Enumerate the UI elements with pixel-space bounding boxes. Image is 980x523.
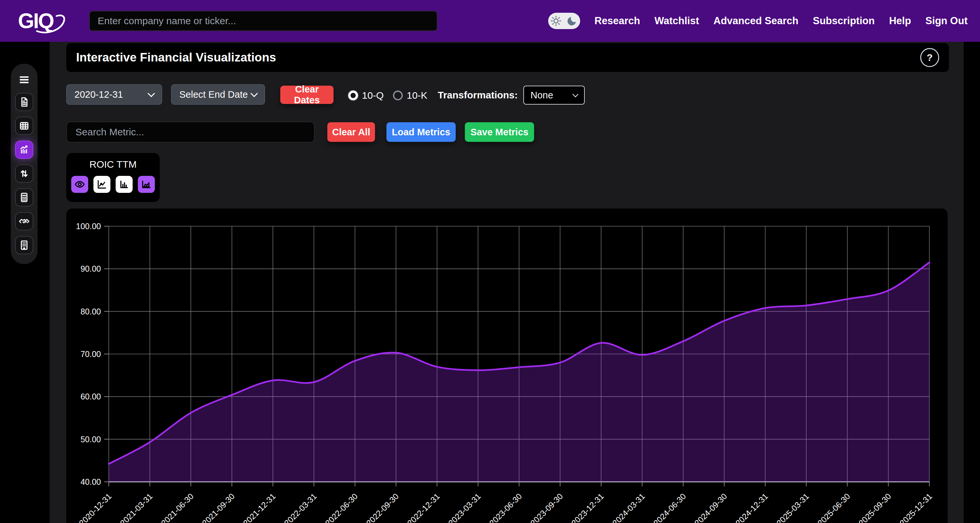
- sidebar: [11, 64, 38, 264]
- metric-card-roic-ttm: ROIC TTM: [66, 153, 160, 202]
- clear-dates-button[interactable]: Clear Dates: [280, 86, 334, 104]
- radio-unselected-icon[interactable]: [393, 91, 403, 100]
- svg-text:2024-06-30: 2024-06-30: [652, 492, 687, 523]
- radio-10k-label: 10-K: [407, 90, 427, 101]
- svg-text:2021-03-31: 2021-03-31: [118, 492, 154, 523]
- nav-link-watchlist[interactable]: Watchlist: [654, 15, 699, 27]
- document-icon: [19, 96, 30, 108]
- nav-link-help[interactable]: Help: [889, 15, 911, 27]
- svg-text:80.00: 80.00: [80, 307, 101, 316]
- sidebar-menu-button[interactable]: [15, 72, 33, 87]
- area-chart-type-button[interactable]: [138, 176, 155, 193]
- nav-link-advanced-search[interactable]: Advanced Search: [713, 15, 799, 27]
- chevron-down-icon: [572, 91, 578, 97]
- line-chart-type-button[interactable]: [94, 176, 110, 193]
- page-title: Interactive Financial Visualizations: [76, 51, 276, 64]
- svg-text:2021-09-30: 2021-09-30: [200, 492, 236, 523]
- sidebar-item-companies[interactable]: [15, 236, 33, 254]
- start-date-value: 2020-12-31: [75, 89, 123, 100]
- menu-icon: [18, 73, 31, 86]
- table-icon: [19, 120, 30, 131]
- sidebar-item-deals[interactable]: [15, 212, 33, 230]
- sidebar-item-filings[interactable]: [15, 93, 33, 111]
- report-type-10q-option[interactable]: 10-Q: [348, 90, 384, 101]
- roic-chart[interactable]: 100.0090.0080.0070.0060.0050.0040.002020…: [66, 209, 948, 523]
- end-date-placeholder: Select End Date: [179, 89, 248, 100]
- svg-text:2025-03-31: 2025-03-31: [775, 492, 811, 523]
- metric-name: ROIC TTM: [89, 159, 137, 170]
- svg-text:70.00: 70.00: [80, 349, 101, 359]
- title-card: Interactive Financial Visualizations ?: [66, 43, 949, 72]
- nav-link-sign-out[interactable]: Sign Out: [926, 15, 967, 27]
- nav-link-research[interactable]: Research: [595, 15, 640, 27]
- load-metrics-button[interactable]: Load Metrics: [387, 122, 456, 142]
- bar-chart-icon: [119, 179, 130, 190]
- metric-search-input[interactable]: [66, 121, 315, 142]
- svg-text:2020-12-31: 2020-12-31: [77, 492, 113, 523]
- sort-arrows-icon: [19, 168, 30, 179]
- handshake-icon: [19, 216, 30, 227]
- clear-all-button[interactable]: Clear All: [327, 122, 375, 142]
- svg-text:2024-09-30: 2024-09-30: [692, 492, 729, 523]
- sidebar-item-calculator[interactable]: [15, 188, 33, 207]
- svg-text:2022-03-31: 2022-03-31: [282, 492, 318, 523]
- radio-10q-label: 10-Q: [362, 90, 384, 101]
- end-date-select[interactable]: Select End Date: [171, 85, 265, 105]
- svg-text:2022-12-31: 2022-12-31: [406, 492, 441, 523]
- company-search-input[interactable]: [89, 11, 438, 31]
- sidebar-item-compare[interactable]: [15, 164, 33, 183]
- chart-card: 100.0090.0080.0070.0060.0050.0040.002020…: [66, 209, 948, 523]
- svg-text:2021-12-31: 2021-12-31: [242, 492, 277, 523]
- radio-selected-icon[interactable]: [348, 91, 358, 100]
- bar-chart-type-button[interactable]: [116, 176, 133, 193]
- area-chart-icon: [141, 179, 152, 190]
- navbar-links: Research Watchlist Advanced Search Subsc…: [548, 0, 967, 42]
- svg-text:60.00: 60.00: [80, 392, 101, 401]
- load-metrics-label: Load Metrics: [392, 127, 450, 138]
- svg-text:2021-06-30: 2021-06-30: [159, 492, 195, 523]
- clear-dates-label: Clear Dates: [282, 84, 332, 105]
- moon-icon: [566, 15, 578, 27]
- svg-text:2023-12-31: 2023-12-31: [570, 492, 606, 523]
- help-button[interactable]: ?: [920, 48, 939, 67]
- report-type-10k-option[interactable]: 10-K: [393, 90, 427, 101]
- transformations-select[interactable]: None: [523, 86, 585, 105]
- svg-text:2024-03-31: 2024-03-31: [611, 492, 646, 523]
- sun-icon: [550, 15, 562, 27]
- metric-buttons: [71, 176, 155, 193]
- line-chart-icon: [96, 179, 108, 190]
- logo-text: GIQ: [18, 9, 53, 33]
- app: { "navbar": { "logo": "GIQ", "search_pla…: [0, 0, 980, 523]
- building-icon: [19, 239, 30, 251]
- chevron-down-icon: [148, 90, 155, 97]
- clear-all-label: Clear All: [332, 127, 371, 138]
- transformations-label: Transformations:: [438, 89, 518, 100]
- chevron-down-icon: [251, 90, 258, 97]
- theme-toggle[interactable]: [548, 13, 580, 29]
- eye-icon: [74, 179, 85, 190]
- svg-text:2022-06-30: 2022-06-30: [323, 492, 360, 523]
- visibility-toggle-button[interactable]: [71, 176, 88, 193]
- navbar: GIQ Research Watchlist Advanced Search S: [0, 0, 980, 42]
- svg-text:2025-09-30: 2025-09-30: [857, 492, 893, 523]
- transformation-value: None: [530, 90, 553, 100]
- svg-text:100.00: 100.00: [76, 222, 101, 231]
- svg-text:40.00: 40.00: [80, 477, 101, 486]
- start-date-select[interactable]: 2020-12-31: [66, 85, 162, 105]
- svg-text:2023-09-30: 2023-09-30: [528, 492, 565, 523]
- svg-text:2023-06-30: 2023-06-30: [487, 492, 523, 523]
- nav-link-subscription[interactable]: Subscription: [813, 15, 875, 27]
- svg-text:2025-06-30: 2025-06-30: [816, 492, 852, 523]
- svg-text:2024-12-31: 2024-12-31: [734, 492, 770, 523]
- svg-text:2022-09-30: 2022-09-30: [364, 492, 401, 523]
- calculator-icon: [19, 192, 30, 203]
- svg-text:2023-03-31: 2023-03-31: [447, 492, 482, 523]
- svg-text:90.00: 90.00: [80, 264, 101, 273]
- sidebar-item-tables[interactable]: [15, 117, 33, 135]
- chart-icon: [19, 144, 30, 155]
- sidebar-item-visualizations[interactable]: [15, 140, 33, 159]
- svg-text:50.00: 50.00: [80, 435, 101, 444]
- save-metrics-button[interactable]: Save Metrics: [465, 122, 534, 142]
- save-metrics-label: Save Metrics: [470, 127, 528, 138]
- logo[interactable]: GIQ: [18, 6, 60, 36]
